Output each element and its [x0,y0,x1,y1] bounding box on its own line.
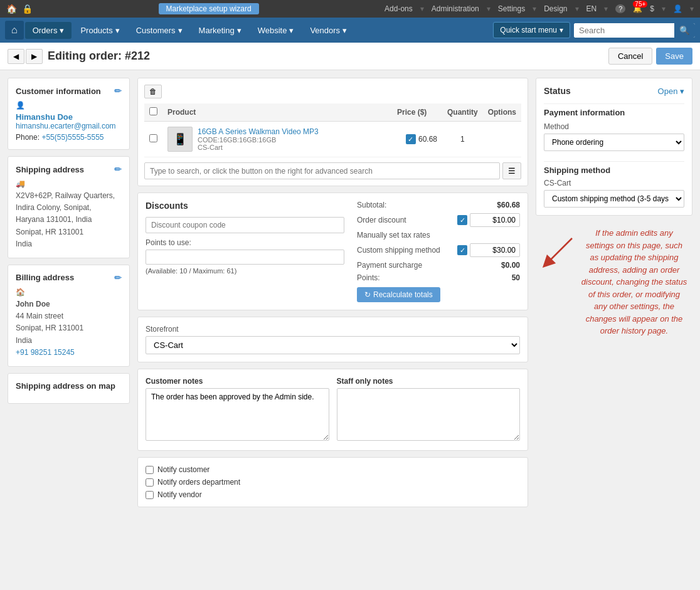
subtotal-row: Subtotal: $60.68 [357,201,520,209]
shipping-address-line2: Sonipat, HR 131001 [16,226,122,238]
product-name-link[interactable]: 16GB A Series Walkman Video MP3 [198,127,319,136]
shipping-row: Custom shipping method ✓ [357,243,520,257]
delete-product-button[interactable]: 🗑 [144,85,162,98]
shipping-address-card: Shipping address ✏ 🚚 X2V8+62P, Railway Q… [8,156,130,258]
search-input[interactable] [574,23,674,38]
shipping-map-title: Shipping address on map [16,381,122,391]
customer-notes-textarea[interactable]: The order has been approved by the Admin… [146,388,329,441]
order-discount-checkbox[interactable]: ✓ [457,215,467,225]
points-label: Points to use: [146,238,344,247]
callout-arrow-icon [541,232,578,270]
customer-info-edit-icon[interactable]: ✏ [114,86,122,96]
notes-grid: Customer notes The order has been approv… [146,377,520,443]
order-discount-label: Order discount [357,216,406,224]
cancel-button[interactable]: Cancel [608,48,652,65]
billing-address-edit-icon[interactable]: ✏ [114,273,122,283]
status-dropdown[interactable]: Open ▾ [658,87,684,96]
payment-method-select[interactable]: Phone ordering [544,134,684,151]
price-checkbox[interactable]: ✓ [406,134,416,144]
customer-icon: 👤 [16,101,122,110]
content-area: 🗑 Product Price ($) Quantity Options [137,78,528,507]
points-input[interactable] [146,250,344,265]
notifications-icon[interactable]: 🔔75+ [633,4,642,13]
help-icon[interactable]: ? [615,4,625,13]
lock-icon[interactable]: 🔒 [22,4,33,14]
quick-menu-button[interactable]: Quick start menu ▾ [493,22,570,38]
dollar-menu[interactable]: $ [650,4,654,13]
select-all-checkbox[interactable] [149,107,157,115]
col-header-options: Options [483,103,521,122]
nav-arrows: ◀ ▶ [8,49,43,64]
customer-name-link[interactable]: Himanshu Doe [16,112,122,122]
staff-notes-textarea[interactable] [337,388,521,441]
billing-address-icon: 🏠 [16,288,122,297]
notify-customer-label: Notify customer [157,465,209,474]
main-layout: Customer information ✏ 👤 Himanshu Doe hi… [0,70,700,515]
notify-orders-dept-checkbox[interactable] [146,478,154,487]
row-checkbox[interactable] [149,134,157,142]
marketplace-wizard-btn[interactable]: Marketplace setup wizard [159,3,259,14]
user-menu[interactable]: 👤 [673,4,682,13]
customer-phone-link[interactable]: +55(55)5555-5555 [41,133,103,142]
page-header: ◀ ▶ Editing order: #212 Cancel Save [0,43,700,70]
billing-street: 44 Main street [16,310,122,322]
search-button[interactable]: 🔍 [674,23,695,38]
product-price: 60.68 [418,135,437,144]
home-icon[interactable]: 🏠 [6,4,17,14]
product-cell: 📱 16GB A Series Walkman Video MP3 CODE:1… [162,122,392,157]
tax-label: Manually set tax rates [357,231,430,240]
billing-address-title: Billing address ✏ [16,273,122,283]
tax-row: Manually set tax rates [357,231,520,240]
page-header-right: Cancel Save [608,48,692,65]
storefront-select[interactable]: CS-Cart [146,336,520,354]
nav-vendors[interactable]: Vendors ▾ [302,22,354,39]
search-box: 🔍 [574,23,695,38]
notify-vendor-checkbox[interactable] [146,491,154,499]
storefront-label: Storefront [146,325,520,334]
nav-products[interactable]: Products ▾ [73,22,127,39]
staff-notes-label: Staff only notes [337,377,521,386]
available-text: (Available: 10 / Maximum: 61) [146,267,344,275]
design-menu[interactable]: Design [544,4,567,13]
administration-menu[interactable]: Administration [432,4,479,13]
next-order-button[interactable]: ▶ [26,49,43,64]
billing-city: Sonipat, HR 131001 [16,322,122,334]
customer-email-link[interactable]: himanshu.ecarter@gmail.com [16,122,122,130]
nav-orders[interactable]: Orders ▾ [25,22,72,39]
language-selector[interactable]: EN [586,4,597,13]
shipping-method-select[interactable]: Custom shipping method (3-5 days) - $0 [544,190,684,208]
subtotal-label: Subtotal: [357,201,386,209]
save-button[interactable]: Save [656,48,692,65]
table-row: 📱 16GB A Series Walkman Video MP3 CODE:1… [144,122,521,157]
order-discount-input[interactable] [470,213,520,227]
billing-phone[interactable]: +91 98251 15245 [16,347,122,359]
nav-website[interactable]: Website ▾ [250,22,302,39]
nav-customers[interactable]: Customers ▾ [129,22,190,39]
billing-name: John Doe [16,298,122,310]
col-header-checkbox [144,103,162,122]
notify-orders-dept-label: Notify orders department [157,478,240,487]
addons-menu[interactable]: Add-ons [384,4,413,13]
shipping-input[interactable] [470,243,520,257]
notify-customer-checkbox[interactable] [146,466,154,474]
page-title: Editing order: #212 [48,50,150,63]
status-label: Status [544,86,571,96]
nav-marketing[interactable]: Marketing ▾ [191,22,249,39]
settings-menu[interactable]: Settings [498,4,525,13]
top-bar-left: 🏠 🔒 [6,4,33,14]
advanced-search-button[interactable]: ☰ [502,162,521,179]
customer-info-card: Customer information ✏ 👤 Himanshu Doe hi… [8,78,130,150]
notify-orders-dept-item[interactable]: Notify orders department [146,478,520,487]
prev-order-button[interactable]: ◀ [8,49,24,64]
search-product-input[interactable] [144,162,500,179]
notify-customer-item[interactable]: Notify customer [146,465,520,474]
shipping-address-edit-icon[interactable]: ✏ [114,164,122,174]
recalculate-button[interactable]: ↻ Recalculate totals [357,287,440,302]
storefront-section: Storefront CS-Cart [137,317,528,362]
shipping-checkbox[interactable]: ✓ [457,245,467,255]
home-nav-button[interactable]: ⌂ [5,21,24,40]
subtotal-value: $60.68 [497,201,520,209]
coupon-input[interactable] [146,217,344,233]
notify-vendor-item[interactable]: Notify vendor [146,490,520,499]
shipping-method-title: Shipping method [544,166,684,175]
